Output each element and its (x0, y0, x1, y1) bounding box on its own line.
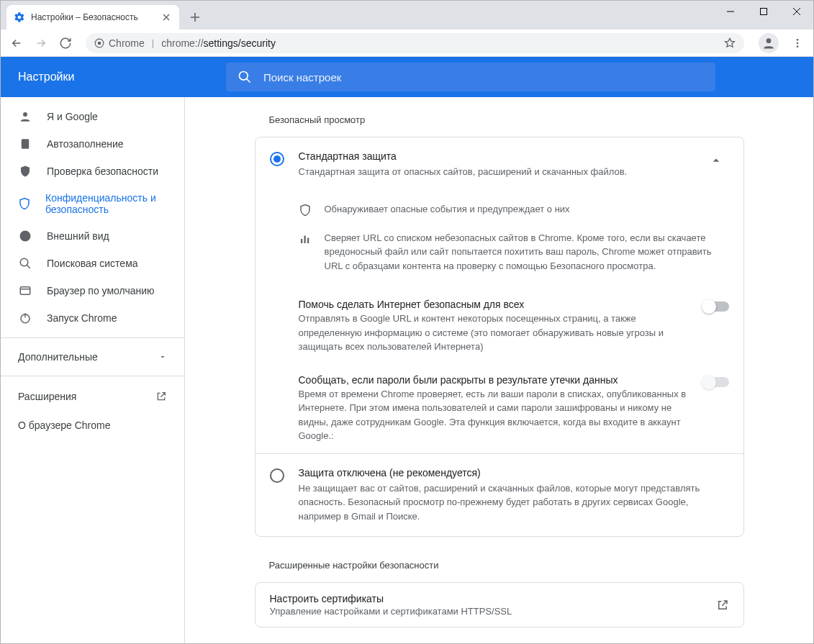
gear-icon (14, 12, 25, 23)
svg-point-7 (240, 72, 248, 81)
sidebar-item-you-and-google[interactable]: Я и Google (1, 103, 178, 130)
advanced-card: Настроить сертификаты Управление настрой… (255, 582, 744, 627)
svg-rect-12 (20, 287, 30, 295)
sidebar-label: Запуск Chrome (47, 312, 117, 324)
svg-point-6 (797, 45, 799, 47)
sidebar-label: Я и Google (47, 111, 98, 122)
close-button[interactable] (780, 1, 813, 22)
detail-row: Сверяет URL со списком небезопасных сайт… (299, 224, 729, 281)
bars-icon (299, 231, 313, 273)
shield-icon (18, 197, 31, 210)
sidebar-item-appearance[interactable]: Внешний вид (1, 222, 178, 250)
svg-rect-16 (307, 237, 309, 243)
close-icon[interactable] (160, 12, 172, 23)
window-controls (714, 1, 813, 30)
toggle-sub: Время от времени Chrome проверяет, есть … (299, 387, 692, 443)
svg-rect-0 (761, 9, 767, 15)
browser-tab[interactable]: Настройки – Безопасность (6, 5, 179, 30)
collapse-button[interactable] (703, 150, 729, 179)
tabs-area: Настройки – Безопасность (1, 1, 205, 30)
cert-title: Настроить сертификаты (270, 593, 512, 604)
sidebar-item-on-startup[interactable]: Запуск Chrome (1, 304, 178, 332)
tab-title: Настройки – Безопасность (31, 12, 155, 22)
toggle-title: Сообщать, если пароли были раскрыты в ре… (299, 374, 692, 386)
toggle-sub: Отправлять в Google URL и контент некото… (299, 312, 692, 354)
svg-point-3 (766, 38, 772, 43)
settings-search-input[interactable] (263, 71, 704, 83)
svg-rect-15 (304, 235, 305, 243)
option-standard[interactable]: Стандартная защита Стандартная защита от… (255, 137, 743, 192)
clipboard-icon (18, 137, 32, 150)
manage-certificates-row[interactable]: Настроить сертификаты Управление настрой… (255, 583, 743, 627)
forward-button[interactable] (31, 33, 51, 53)
svg-point-2 (98, 41, 101, 45)
divider (1, 376, 184, 376)
browser-toolbar: Chrome | chrome://settings/security (1, 30, 813, 57)
profile-avatar[interactable] (759, 33, 779, 53)
settings-search[interactable] (226, 63, 715, 91)
advanced-label: Дополнительные (18, 351, 98, 363)
sidebar-extensions[interactable]: Расширения (1, 382, 184, 411)
sidebar-item-privacy-security[interactable]: Конфиденциальность и безопасность (1, 185, 178, 222)
svg-point-4 (797, 39, 799, 41)
section-safe-browsing-title: Безопасный просмотр (255, 97, 744, 137)
sidebar-advanced[interactable]: Дополнительные (1, 344, 184, 370)
switch-help-improve[interactable] (703, 301, 729, 312)
sidebar-item-default-browser[interactable]: Браузер по умолчанию (1, 277, 178, 304)
standard-title: Стандартная защита (299, 150, 689, 162)
svg-point-10 (20, 231, 31, 242)
svg-rect-9 (22, 139, 30, 149)
new-tab-button[interactable] (185, 7, 205, 27)
cert-sub: Управление настройками и сертификатами H… (270, 606, 512, 617)
sidebar-label: Поисковая система (47, 258, 138, 269)
external-link-icon (716, 599, 729, 612)
standard-details: Обнаруживает опасные события и предупреж… (255, 192, 743, 289)
palette-icon (18, 230, 32, 242)
extensions-label: Расширения (18, 391, 76, 402)
person-icon (18, 110, 32, 123)
toggle-password-leak: Сообщать, если пароли были раскрыты в ре… (255, 364, 743, 453)
minimize-button[interactable] (714, 1, 747, 22)
reload-button[interactable] (55, 33, 76, 53)
option-body: Стандартная защита Стандартная защита от… (299, 150, 689, 179)
svg-rect-14 (301, 239, 302, 243)
shield-icon (299, 202, 313, 217)
content-area: Я и Google Автозаполнение Проверка безоп… (1, 97, 813, 643)
omnibox-url: chrome://settings/security (161, 37, 276, 49)
sidebar-item-safety-check[interactable]: Проверка безопасности (1, 158, 178, 185)
svg-point-8 (23, 112, 27, 117)
sidebar-label: Проверка безопасности (47, 165, 158, 177)
option-no-protection[interactable]: Защита отключена (не рекомендуется) Не з… (255, 454, 743, 537)
sidebar-about[interactable]: О браузере Chrome (1, 411, 184, 440)
sidebar-label: Внешний вид (47, 230, 109, 242)
about-label: О браузере Chrome (18, 419, 111, 431)
option-body: Защита отключена (не рекомендуется) Не з… (299, 467, 729, 524)
sidebar-label: Браузер по умолчанию (47, 285, 155, 296)
sidebar-label: Конфиденциальность и безопасность (45, 192, 161, 215)
sidebar-item-search-engine[interactable]: Поисковая система (1, 250, 178, 277)
external-link-icon (155, 391, 167, 402)
radio-standard[interactable] (270, 152, 284, 166)
back-button[interactable] (6, 33, 27, 53)
sidebar: Я и Google Автозаполнение Проверка безоп… (1, 97, 185, 643)
switch-password-leak[interactable] (703, 377, 729, 387)
maximize-button[interactable] (747, 1, 780, 22)
divider (1, 337, 184, 338)
sidebar-item-autofill[interactable]: Автозаполнение (1, 130, 178, 158)
main-panel[interactable]: Безопасный просмотр Стандартная защита С… (185, 97, 813, 643)
browser-menu-button[interactable] (787, 33, 808, 53)
bookmark-star-icon[interactable] (724, 37, 736, 49)
main-inner: Безопасный просмотр Стандартная защита С… (255, 97, 744, 614)
site-chip-label: Chrome (109, 37, 145, 49)
radio-no-protection[interactable] (270, 468, 284, 483)
window: Настройки – Безопасность Chrome | (0, 0, 814, 644)
safe-browsing-card: Стандартная защита Стандартная защита от… (255, 137, 744, 537)
detail-text: Сверяет URL со списком небезопасных сайт… (325, 231, 729, 273)
toggle-title: Помочь сделать Интернет безопасным для в… (299, 299, 692, 310)
off-title: Защита отключена (не рекомендуется) (299, 467, 729, 479)
detail-row: Обнаруживает опасные события и предупреж… (299, 195, 729, 224)
omnibox[interactable]: Chrome | chrome://settings/security (86, 33, 744, 53)
toggle-help-improve: Помочь сделать Интернет безопасным для в… (255, 289, 743, 364)
chevron-down-icon (158, 353, 167, 361)
advanced-section-title: Расширенные настройки безопасности (255, 548, 744, 582)
